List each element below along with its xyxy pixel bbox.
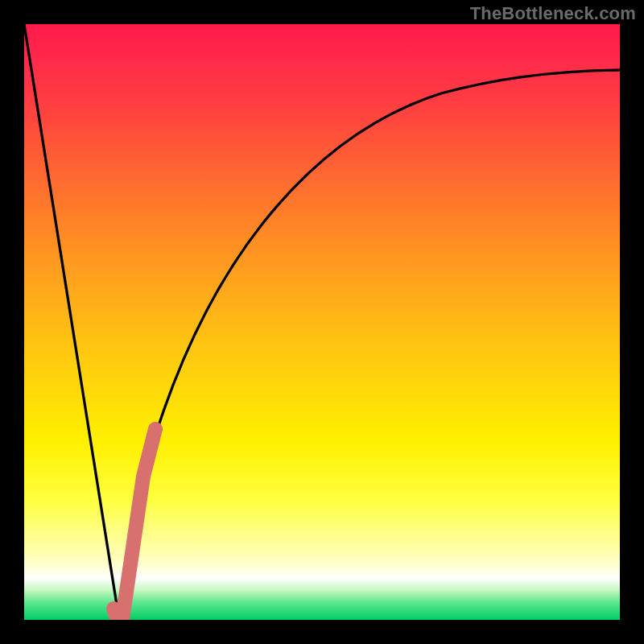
left-slope-line [24,24,119,620]
attribution-text: TheBottleneck.com [470,3,636,24]
right-curve-line [119,70,620,620]
chart-frame: TheBottleneck.com [0,0,644,644]
plot-area [24,24,620,620]
highlight-segment-line [114,429,155,619]
plot-svg [24,24,620,620]
